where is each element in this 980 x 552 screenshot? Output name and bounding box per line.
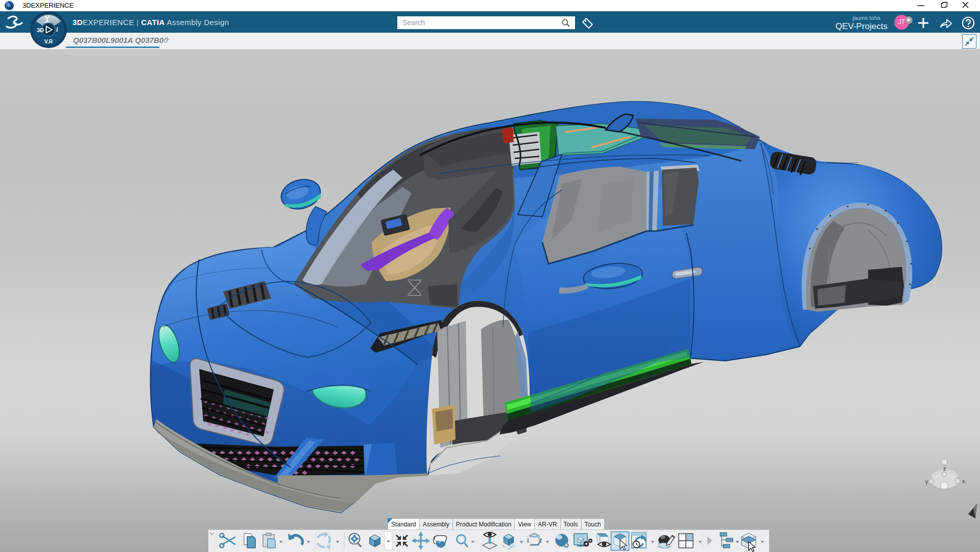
svg-text:x: x	[962, 478, 965, 484]
svg-text:y: y	[925, 478, 928, 485]
svg-text:3D: 3D	[37, 27, 44, 33]
svg-text:z: z	[943, 466, 946, 472]
svg-text:V.R: V.R	[44, 38, 53, 44]
